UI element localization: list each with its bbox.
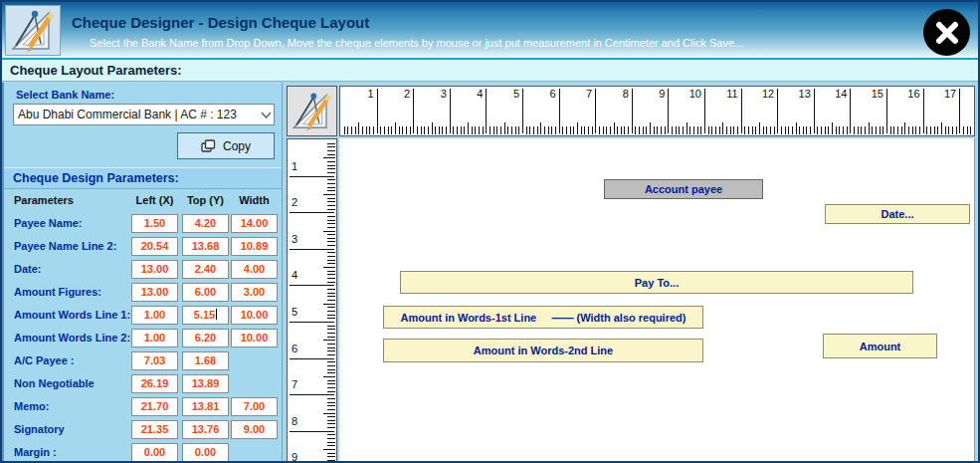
ruler-tick [406,126,407,134]
ruler-tick [562,126,563,134]
ruler-tick [628,126,629,134]
ruler-tick [327,263,335,264]
param-label: Payee Name: [14,214,83,233]
param-input-top[interactable]: 1.68 [182,351,229,370]
ruler-tick [515,126,516,134]
ruler-number: 4 [292,269,297,281]
ruler-tick [817,126,818,134]
param-input-top[interactable]: 13.68 [182,237,229,256]
ruler-tick [711,126,712,134]
param-input-top[interactable]: 5.15 [182,306,229,325]
ruler-tick [327,423,335,424]
param-input-width[interactable]: 10.89 [231,237,278,256]
ruler-tick [327,326,335,327]
param-input-left[interactable]: 7.03 [131,351,178,370]
ruler-number: 14 [823,88,847,100]
cheque-element-account-payee[interactable]: Account payee [604,179,763,199]
page-subtitle: Select the Bank Name from Drop Down, Mov… [90,37,743,49]
ruler-tick [893,126,894,134]
ruler-tick [715,126,716,134]
ruler-tick [777,89,778,133]
ruler-tick [708,126,709,134]
ruler-tick [858,126,859,134]
param-input-left[interactable]: 1.00 [131,329,178,347]
ruler-tick [327,274,335,275]
param-input-left[interactable]: 21.70 [131,397,178,416]
page-title: Cheque Designer - Design Cheque Layout [72,14,369,31]
param-input-top[interactable]: 4.20 [182,214,229,233]
param-input-top[interactable]: 6.20 [182,329,229,347]
ruler-number: 6 [532,88,556,100]
param-input-width[interactable]: 4.00 [231,260,278,279]
ruler-tick [759,122,760,134]
param-input-width[interactable]: 10.00 [231,329,278,347]
ruler-tick [880,126,881,134]
ruler-tick [886,89,887,133]
ruler-tick [327,365,335,366]
ruler-tick [327,369,335,370]
param-input-left[interactable]: 26.19 [131,374,178,393]
ruler-tick [493,126,494,134]
param-row: Signatory21.3513.769.00 [4,420,282,439]
param-input-left[interactable]: 1.50 [131,214,178,233]
param-input-top[interactable]: 2.40 [182,260,229,279]
ruler-tick [700,126,701,134]
ruler-tick [327,143,335,144]
ruler-tick [327,227,335,228]
param-input-left[interactable]: 21.35 [131,420,178,439]
ruler-tick [697,126,698,134]
ruler-tick [327,293,335,294]
ruler-tick [832,122,833,134]
ruler-tick [327,315,335,316]
drafting-tools-icon [6,6,60,55]
param-input-width[interactable]: 7.00 [231,397,278,416]
ruler-tick [461,126,462,134]
ruler-tick [327,241,335,242]
param-input-width[interactable]: 3.00 [231,283,278,302]
param-input-left[interactable]: 13.00 [131,283,178,302]
ruler-tick [327,318,335,319]
ruler-tick [676,126,677,134]
ruler-tick [788,126,789,134]
ruler-tick [763,126,764,134]
param-input-left[interactable]: 1.00 [131,306,178,325]
cheque-element-date[interactable]: Date... [825,204,970,224]
ruler-number: 7 [568,88,592,100]
param-input-left[interactable]: 13.00 [131,260,178,279]
ruler-tick [468,122,469,134]
param-input-top[interactable]: 13.81 [182,397,229,416]
ruler-number: 2 [292,196,297,208]
cheque-element-amount-words-line-1[interactable]: Amount in Words-1st Line —— (Width also … [383,306,703,329]
param-input-top[interactable]: 6.00 [182,283,229,302]
param-input-width[interactable]: 9.00 [231,420,278,439]
cheque-element-amount[interactable]: Amount [823,334,937,358]
ruler-number: 12 [750,88,774,100]
cheque-element-amount-words-line-2[interactable]: Amount in Words-2nd Line [383,339,703,362]
close-button[interactable] [923,9,970,56]
param-input-top[interactable]: 13.76 [182,420,229,439]
ruler-tick [963,126,964,134]
ruler-tick [327,282,335,283]
ruler-tick [358,122,359,134]
param-input-width[interactable]: 10.00 [231,306,278,325]
cheque-element-pay-to[interactable]: Pay To... [400,271,913,294]
param-input-left[interactable]: 0.00 [131,443,178,462]
ruler-tick [937,126,938,134]
ruler-number: 8 [292,415,297,427]
ruler-number: 17 [932,88,956,100]
param-input-left[interactable]: 20.54 [131,237,178,256]
ruler-tick [327,329,335,330]
ruler-tick [850,89,851,133]
ruler-tick [828,126,829,134]
ruler-tick [290,212,334,213]
ruler-tick [362,126,363,134]
ruler-tick [744,126,745,134]
text-caret [216,309,217,320]
ruler-tick [479,126,480,134]
param-input-top[interactable]: 13.89 [182,374,229,393]
ruler-tick [327,216,335,217]
param-input-width[interactable]: 14.00 [231,214,278,233]
ruler-tick [327,150,335,151]
param-input-top[interactable]: 0.00 [182,443,229,462]
ruler-tick [483,126,484,134]
